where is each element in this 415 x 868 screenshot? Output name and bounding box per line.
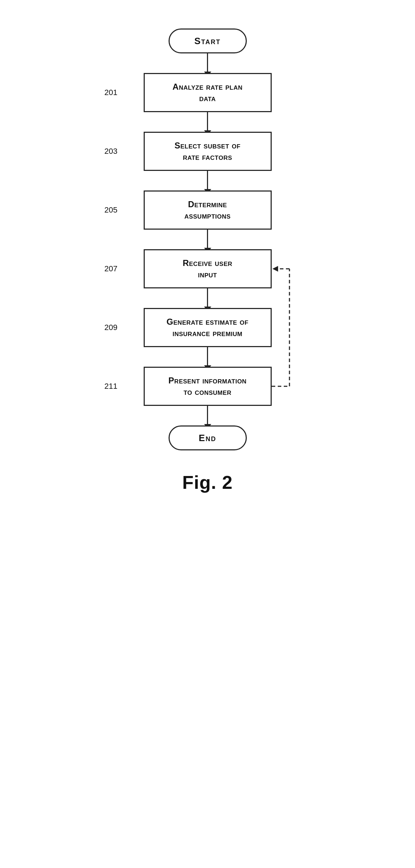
- arrow-6: [207, 406, 208, 425]
- step-203-ref: 203: [105, 147, 118, 156]
- arrow-0: [207, 53, 208, 73]
- end-row: End: [83, 425, 332, 450]
- arrow-2: [207, 171, 208, 190]
- step-207-label: Receive userinput: [183, 257, 233, 281]
- step-203-label: Select subset ofrate factors: [175, 140, 241, 163]
- step-211-ref: 211: [105, 382, 118, 391]
- flowchart: Start 201 Analyze rate plandata 203 Sele…: [83, 28, 332, 450]
- arrow-5: [207, 347, 208, 367]
- arrow-1: [207, 112, 208, 132]
- step-209-label: Generate estimate ofinsurance premium: [166, 316, 248, 339]
- step-207-box: Receive userinput: [144, 249, 272, 288]
- step-207-row: 207 Receive userinput: [83, 249, 332, 288]
- start-label: Start: [195, 36, 221, 47]
- arrow-4: [207, 288, 208, 308]
- step-203-box: Select subset ofrate factors: [144, 132, 272, 171]
- step-205-ref: 205: [105, 205, 118, 215]
- step-201-label: Analyze rate plandata: [172, 81, 243, 104]
- step-201-row: 201 Analyze rate plandata: [83, 73, 332, 112]
- step-207-ref: 207: [105, 264, 118, 273]
- flowchart-wrapper: Start 201 Analyze rate plandata 203 Sele…: [83, 28, 332, 450]
- end-label: End: [199, 433, 216, 444]
- end-capsule: End: [169, 425, 247, 450]
- start-row: Start: [83, 28, 332, 53]
- step-209-box: Generate estimate ofinsurance premium: [144, 308, 272, 347]
- step-201-box: Analyze rate plandata: [144, 73, 272, 112]
- arrow-3: [207, 230, 208, 249]
- step-201-ref: 201: [105, 88, 118, 97]
- start-capsule: Start: [169, 28, 247, 53]
- step-205-row: 205 Determineassumptions: [83, 190, 332, 230]
- step-203-row: 203 Select subset ofrate factors: [83, 132, 332, 171]
- step-211-row: 211 Present informationto consumer: [83, 367, 332, 406]
- step-205-box: Determineassumptions: [144, 190, 272, 230]
- step-211-label: Present informationto consumer: [169, 375, 247, 398]
- figure-caption: Fig. 2: [182, 472, 233, 493]
- step-205-label: Determineassumptions: [184, 199, 230, 222]
- step-209-ref: 209: [105, 323, 118, 332]
- step-209-row: 209 Generate estimate ofinsurance premiu…: [83, 308, 332, 347]
- page: Start 201 Analyze rate plandata 203 Sele…: [0, 0, 415, 868]
- step-211-box: Present informationto consumer: [144, 367, 272, 406]
